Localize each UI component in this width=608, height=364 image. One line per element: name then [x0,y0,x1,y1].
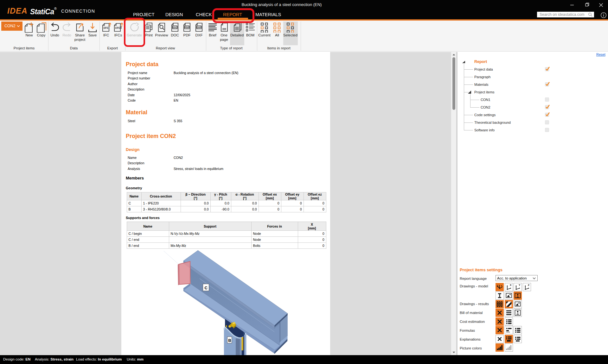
svg-text:DXF: DXF [197,26,201,28]
svg-text:Y: Y [519,284,521,286]
svg-text:IFC: IFC [115,27,120,30]
svg-text:PDF: PDF [185,26,189,28]
svg-text:B: B [228,338,231,343]
svg-text:DOC: DOC [172,26,177,28]
svg-text:IFC: IFC [103,27,109,30]
svg-text:Z: Z [528,284,529,286]
svg-text:X: X [510,284,512,286]
svg-text:C: C [205,286,208,290]
